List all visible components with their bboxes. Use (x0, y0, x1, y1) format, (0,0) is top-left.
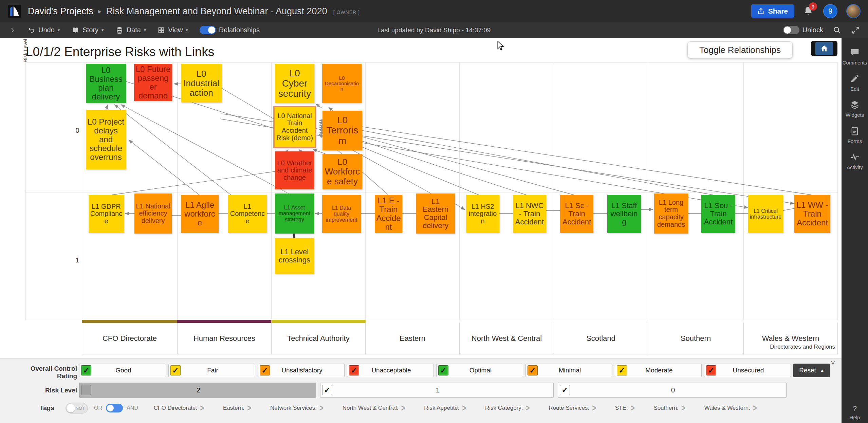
rating-option-label: Unacceptable (359, 367, 423, 374)
rating-option-unacceptable[interactable]: ✓Unacceptable (347, 364, 434, 377)
risk-box-level-crossings[interactable]: L1 Level crossings (275, 238, 314, 274)
risk-box-national-train-accident[interactable]: L0 National Train Accident Risk (demo) (274, 106, 316, 148)
tag-category-southern[interactable]: Southern:> (653, 404, 685, 412)
risk-box-sc-train-accident[interactable]: L1 Sc - Train Accident (560, 195, 593, 233)
rating-checkbox[interactable]: ✓ (260, 365, 270, 375)
sidebar-item-comments[interactable]: Comments (842, 48, 868, 66)
risk-box-business-plan[interactable]: L0 Business plan delivery (86, 64, 126, 103)
tag-category-cfo-directorate[interactable]: CFO Directorate:> (154, 404, 204, 412)
chevron-right-icon[interactable]: > (753, 403, 757, 413)
tag-category-north-west-central[interactable]: North West & Central:> (343, 404, 405, 412)
risk-box-asset-management[interactable]: L1 Asset management strategy (275, 194, 314, 234)
search-icon[interactable] (833, 26, 842, 35)
tag-category-risk-category[interactable]: Risk Category:> (485, 404, 530, 412)
sidebar-item-edit[interactable]: Edit (842, 74, 868, 92)
chevron-right-icon[interactable]: > (525, 403, 530, 413)
notification-badge: 9 (809, 2, 817, 11)
risk-box-e-train-accident[interactable]: L1 E - Train Accident (375, 195, 402, 233)
chevron-right-icon[interactable]: > (462, 403, 466, 413)
rating-checkbox[interactable]: ✓ (706, 365, 716, 375)
collapse-panel-chevron-icon[interactable]: > (829, 361, 837, 365)
risk-box-staff-wellbeing[interactable]: L1 Staff wellbeing (607, 195, 641, 233)
risk-box-terrorism[interactable]: L0 Terrorism (322, 111, 362, 150)
chevron-right-icon[interactable]: > (247, 403, 251, 413)
risk-level-segment-2[interactable]: 2 (79, 383, 316, 398)
rating-checkbox[interactable]: ✓ (81, 365, 91, 375)
rating-checkbox[interactable]: ✓ (438, 365, 448, 375)
risk-level-segment-0[interactable]: ✓0 (558, 383, 787, 398)
sharpcloud-logo-icon[interactable] (8, 5, 21, 18)
avatar[interactable] (846, 4, 861, 18)
tag-category-ste[interactable]: STE:> (615, 404, 634, 412)
breadcrumb-projects[interactable]: David's Projects (28, 6, 93, 17)
rating-checkbox[interactable]: ✓ (170, 365, 181, 375)
home-slide-button[interactable] (811, 41, 837, 56)
risk-box-agile-workforce[interactable]: L1 Agile workforce (181, 195, 219, 233)
risk-box-competence[interactable]: L1 Competence (228, 195, 267, 233)
tag-category-eastern[interactable]: Eastern:> (223, 404, 251, 412)
risk-box-future-passenger-demand[interactable]: L0 Future passenger demand (134, 64, 172, 101)
risk-box-data-quality[interactable]: L1 Data quality improvement (322, 195, 361, 233)
tag-category-network-services[interactable]: Network Services:> (270, 404, 324, 412)
rating-option-moderate[interactable]: ✓Moderate (615, 364, 702, 377)
risk-box-project-delays[interactable]: L0 Project delays and schedule overruns (86, 110, 126, 169)
tags-or-and-toggle[interactable] (106, 404, 123, 412)
risk-box-weather-climate[interactable]: L0 Weather and climate change (275, 151, 314, 189)
chevron-right-icon[interactable]: > (200, 403, 204, 413)
risk-box-hs2-integration[interactable]: L1 HS2 integration (466, 195, 499, 233)
rating-option-minimal[interactable]: ✓Minimal (525, 364, 612, 377)
help-button[interactable]: ? Help (842, 404, 868, 420)
risk-level-value: 2 (91, 386, 306, 394)
rating-option-optimal[interactable]: ✓Optimal (436, 364, 523, 377)
sidebar-item-widgets[interactable]: Widgets (842, 100, 868, 118)
sidebar-item-activity[interactable]: Activity (842, 152, 868, 170)
chevron-right-icon[interactable]: > (681, 403, 685, 413)
risk-box-eastern-capital[interactable]: L1 Eastern Capital delivery (416, 194, 455, 234)
risk-box-industrial-action[interactable]: L0 Industrial action (181, 64, 222, 103)
rating-checkbox[interactable]: ✓ (349, 365, 359, 375)
notifications-button[interactable]: 9 (803, 5, 814, 17)
risk-level-checkbox[interactable]: ✓ (560, 385, 570, 395)
tag-category-wales-western[interactable]: Wales & Western:> (704, 404, 757, 412)
risk-box-sou-train-accident[interactable]: L1 Sou - Train Accident (701, 195, 735, 233)
risk-box-cyber-security[interactable]: L0 Cyber security (275, 64, 314, 103)
data-menu[interactable]: Data▾ (115, 26, 146, 34)
undo-menu[interactable]: Undo▾ (28, 26, 60, 34)
risk-box-long-term-capacity[interactable]: L1 Long term capacity demands (654, 194, 688, 234)
story-menu[interactable]: Story▾ (71, 26, 104, 34)
risk-level-checkbox[interactable] (81, 385, 91, 395)
breadcrumb-story-title[interactable]: Risk Management and Beyond Webinar - Aug… (106, 6, 327, 17)
risk-box-national-efficiency[interactable]: L1 National efficiency delivery (134, 194, 172, 234)
risk-level-checkbox[interactable]: ✓ (322, 385, 332, 395)
rating-checkbox[interactable]: ✓ (528, 365, 538, 375)
reset-filters-button[interactable]: Reset ▲ (793, 364, 830, 377)
risk-box-nwc-train-accident[interactable]: L1 NWC - Train Accident (513, 195, 546, 233)
chevron-right-icon[interactable]: > (319, 403, 324, 413)
share-button[interactable]: Share (751, 4, 794, 18)
rating-option-unsatisfactory[interactable]: ✓Unsatisfactory (258, 364, 345, 377)
sidebar-item-forms[interactable]: Forms (842, 126, 868, 144)
risk-box-gdpr-compliance[interactable]: L1 GDPR Compliance (89, 195, 124, 233)
rating-option-unsecured[interactable]: ✓Unsecured (704, 364, 791, 377)
tag-category-route-services[interactable]: Route Services:> (549, 404, 596, 412)
risk-box-workforce-safety[interactable]: L0 Workforce safety (322, 154, 362, 189)
tag-category-risk-appetite[interactable]: Risk Appetite:> (424, 404, 466, 412)
risk-box-ww-train-accident[interactable]: L1 WW - Train Accident (794, 195, 830, 233)
rating-option-fair[interactable]: ✓Fair (168, 364, 255, 377)
risk-level-segment-1[interactable]: ✓1 (320, 383, 554, 398)
chevron-right-icon[interactable]: > (631, 403, 635, 413)
rating-option-label: Good (91, 367, 155, 374)
risk-box-decarbonisation[interactable]: L0 Decarbonisation (322, 64, 362, 103)
chevron-right-icon[interactable]: > (401, 403, 405, 413)
fullscreen-icon[interactable] (851, 26, 860, 35)
rating-checkbox[interactable]: ✓ (617, 365, 627, 375)
unlock-toggle[interactable] (783, 26, 799, 34)
chevron-right-icon[interactable]: > (592, 403, 596, 413)
risk-box-critical-infrastructure[interactable]: L1 Critical infrastructure (748, 195, 783, 233)
view-menu[interactable]: View▾ (158, 26, 188, 34)
unread-count-button[interactable]: 9 (823, 4, 837, 18)
expand-panel-chevron-icon[interactable] (9, 26, 16, 34)
tags-not-toggle[interactable]: NOT (66, 403, 88, 413)
rating-option-good[interactable]: ✓Good (79, 364, 166, 377)
relationships-toggle[interactable] (200, 26, 216, 34)
